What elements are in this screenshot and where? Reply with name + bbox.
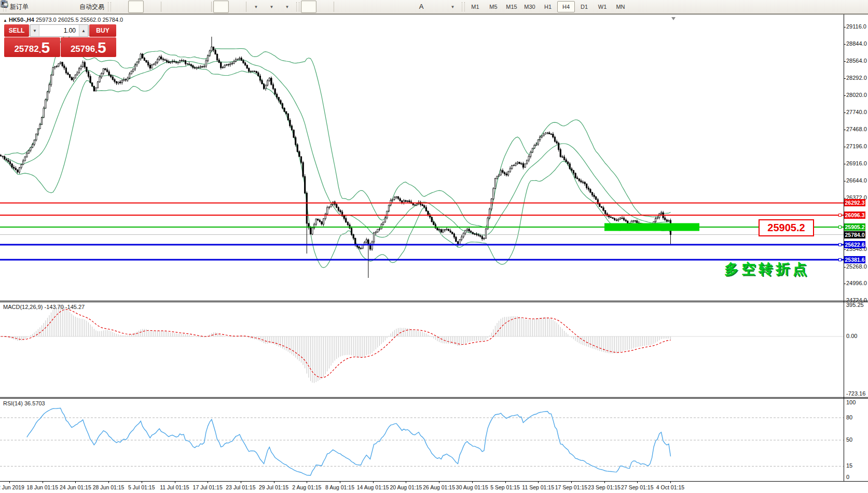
- horizontal-line-tool-button[interactable]: [351, 1, 367, 13]
- timeframe-group: M1M5M15M30H1H4D1W1MN: [466, 1, 629, 12]
- line-handle[interactable]: [838, 226, 842, 229]
- rsi-tick-label: 50: [846, 436, 852, 443]
- new-order-label: 新订单: [10, 3, 29, 11]
- timeframe-button-h1[interactable]: H1: [539, 1, 557, 12]
- chart-window: ▲ HK50-,H4 25973.0 26025.5 25562.0 25784…: [0, 14, 868, 493]
- line-chart-button[interactable]: [144, 1, 159, 13]
- bar-chart-button[interactable]: [113, 1, 128, 13]
- price-badge: 26096.3: [844, 212, 865, 219]
- rsi-name: RSI(14): [3, 400, 23, 406]
- auto-scroll-button[interactable]: [213, 1, 229, 13]
- new-chart-button[interactable]: [31, 1, 46, 13]
- timeframe-button-h4[interactable]: H4: [557, 1, 575, 12]
- timeframe-button-d1[interactable]: D1: [575, 1, 593, 12]
- timeframe-button-m15[interactable]: M15: [503, 1, 520, 12]
- symbol-title: HK50-,H4: [9, 17, 34, 23]
- chat-icon: [0, 0, 8, 8]
- fibonacci-tool-button[interactable]: F: [398, 1, 414, 13]
- buy-price-dec: 5: [98, 40, 106, 55]
- line-handle[interactable]: [838, 243, 842, 246]
- toolbar-grip[interactable]: [462, 2, 465, 11]
- collapse-panel-icon[interactable]: ▲: [3, 18, 7, 23]
- rsi-tick-label: 0: [846, 474, 849, 480]
- timeframe-button-m5[interactable]: M5: [485, 1, 502, 12]
- rsi-value: 36.5703: [24, 400, 45, 406]
- date-tick: [670, 482, 671, 483]
- auto-trading-button[interactable]: 自动交易: [77, 1, 106, 13]
- new-order-button[interactable]: 新订单: [8, 1, 31, 13]
- axis-tick: [844, 112, 846, 113]
- turning-point-annotation[interactable]: 多空转折点: [724, 260, 810, 278]
- axis-tick: [844, 61, 846, 62]
- line-handle[interactable]: [838, 258, 842, 261]
- line-handle[interactable]: [838, 214, 842, 217]
- date-tick: [604, 482, 605, 483]
- tile-windows-button[interactable]: [194, 1, 210, 13]
- price-callout-box[interactable]: 25905.2: [759, 219, 814, 236]
- date-label: 29 Jul 01:15: [259, 484, 288, 490]
- date-tick: [571, 482, 572, 483]
- vertical-line-tool-button[interactable]: [336, 1, 351, 13]
- signals-button[interactable]: [62, 1, 77, 13]
- axis-tick: [844, 267, 846, 267]
- axis-tick: [844, 95, 846, 96]
- timeframe-button-m30[interactable]: M30: [521, 1, 539, 12]
- timeframe-button-mn[interactable]: MN: [612, 1, 629, 12]
- cursor-tool-button[interactable]: [301, 1, 316, 13]
- toolbar-grip[interactable]: [296, 2, 299, 11]
- axis-tick: [844, 27, 846, 27]
- periods-button[interactable]: ▼: [264, 1, 279, 13]
- buy-button[interactable]: BUY: [89, 24, 116, 37]
- text-tool-button[interactable]: A: [414, 1, 429, 13]
- axis-tick: [844, 301, 846, 301]
- zoom-out-button[interactable]: [178, 1, 194, 13]
- price-badge: 25381.6: [844, 256, 865, 263]
- price-tick-label: 28020.0: [846, 92, 867, 98]
- axis-tick: [844, 198, 846, 199]
- indicators-button[interactable]: ▼: [248, 1, 264, 13]
- sell-price[interactable]: 25782.5: [4, 37, 60, 57]
- profiles-button[interactable]: [46, 1, 62, 13]
- price-tick-label: 28292.0: [846, 75, 867, 81]
- date-tick: [208, 482, 208, 483]
- rsi-pane[interactable]: RSI(14) 36.5703: [0, 399, 868, 481]
- axis-tick: [844, 181, 846, 181]
- volume-value[interactable]: 1.00: [39, 25, 79, 36]
- zoom-in-button[interactable]: [163, 1, 178, 13]
- rsi-tick-label: 100: [846, 399, 856, 405]
- timeframe-button-w1[interactable]: W1: [594, 1, 611, 12]
- date-tick: [108, 482, 109, 483]
- label-tool-button[interactable]: T: [429, 1, 445, 13]
- macd-tick-label: -723.16: [846, 390, 865, 397]
- date-label: 27 Sep 01:15: [621, 484, 653, 490]
- crosshair-tool-button[interactable]: [316, 1, 332, 13]
- candlestick-chart-button[interactable]: [128, 1, 144, 13]
- buy-price[interactable]: 25796.5: [61, 37, 117, 57]
- arrows-tool-button[interactable]: ▼: [445, 1, 460, 13]
- date-label: 20 Aug 01:15: [390, 484, 422, 490]
- price-badge: 25784.0: [844, 231, 865, 238]
- timeframe-button-m1[interactable]: M1: [466, 1, 484, 12]
- date-tick: [406, 482, 406, 483]
- rsi-label: RSI(14) 36.5703: [3, 400, 45, 406]
- search-button[interactable]: [834, 1, 849, 13]
- main-toolbar: 新订单 自动交易 ▼ ▼: [0, 0, 868, 14]
- chat-button[interactable]: [849, 1, 865, 13]
- channel-tool-button[interactable]: E: [382, 1, 398, 13]
- macd-pane[interactable]: MACD(12,26,9) -143.70 -145.27: [0, 302, 868, 397]
- chart-shift-button[interactable]: [229, 1, 244, 13]
- toolbar-grip[interactable]: [108, 2, 111, 11]
- trendline-tool-button[interactable]: [367, 1, 382, 13]
- volume-decrease-button[interactable]: ▼: [30, 25, 39, 36]
- volume-increase-button[interactable]: ▲: [79, 25, 88, 36]
- main-chart-pane[interactable]: ▲ HK50-,H4 25973.0 26025.5 25562.0 25784…: [0, 15, 868, 301]
- templates-button[interactable]: ▼: [279, 1, 295, 13]
- date-tick: [43, 482, 43, 483]
- date-label: 23 Jul 01:15: [226, 484, 255, 490]
- date-tick: [637, 482, 638, 483]
- main-chart-svg: [0, 15, 844, 301]
- sell-button[interactable]: SELL: [4, 24, 29, 37]
- date-label: 5 Jul 01:15: [128, 484, 155, 490]
- symbol-header: ▲ HK50-,H4 25973.0 26025.5 25562.0 25784…: [3, 17, 123, 23]
- rsi-svg: [0, 399, 844, 481]
